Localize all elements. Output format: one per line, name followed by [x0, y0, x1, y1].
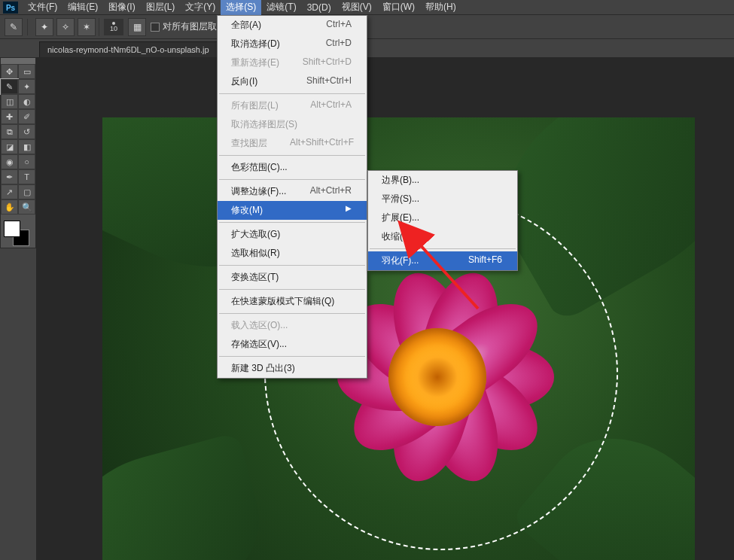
- select-menu-item: 载入选区(O)...: [218, 316, 367, 335]
- tool-history[interactable]: ↺: [18, 124, 35, 139]
- brush-size-value: 10: [110, 25, 117, 32]
- select-menu-item[interactable]: 选取相似(R): [218, 244, 367, 263]
- tool-stamp[interactable]: ⧉: [1, 124, 18, 139]
- menu-shortcut: Shift+Ctrl+D: [303, 56, 352, 69]
- menu-item-label: 扩大选取(G): [231, 228, 280, 241]
- menu-item-label: 取消选择图层(S): [231, 118, 297, 131]
- menu-item-label: 反向(I): [231, 75, 257, 88]
- menu-item-label: 选取相似(R): [231, 247, 280, 260]
- menu-file[interactable]: 文件(F): [23, 0, 62, 15]
- menu-item-label: 调整边缘(F)...: [231, 185, 286, 198]
- menu-3d[interactable]: 3D(D): [302, 1, 337, 14]
- menubar: Ps 文件(F) 编辑(E) 图像(I) 图层(L) 文字(Y) 选择(S) 滤…: [0, 0, 734, 15]
- tool-eyedrop[interactable]: ◐: [18, 94, 35, 109]
- menu-item-label: 修改(M): [231, 204, 263, 217]
- menu-shortcut: Shift+F6: [468, 254, 502, 267]
- tool-pen[interactable]: ✒: [1, 169, 18, 184]
- select-menu-item[interactable]: 调整边缘(F)...Alt+Ctrl+R: [218, 182, 367, 201]
- tool-type[interactable]: T: [18, 169, 35, 184]
- modify-submenu: 边界(B)...平滑(S)...扩展(E)...收缩(C)...羽化(F)...…: [367, 170, 518, 271]
- menu-item-label: 扩展(E)...: [382, 212, 419, 224]
- wand-sub-icon[interactable]: ✧: [56, 18, 75, 36]
- select-menu-item: 重新选择(E)Shift+Ctrl+D: [218, 53, 367, 72]
- select-menu-item[interactable]: 在快速蒙版模式下编辑(Q): [218, 292, 367, 311]
- menu-item-label: 变换选区(T): [231, 271, 279, 284]
- menu-separator: [219, 356, 365, 357]
- canvas-area: [36, 57, 734, 560]
- menu-shortcut: Shift+Ctrl+I: [306, 75, 352, 88]
- menu-help[interactable]: 帮助(H): [420, 0, 461, 15]
- menu-shortcut: Ctrl+D: [326, 38, 352, 50]
- menu-view[interactable]: 视图(V): [337, 0, 377, 15]
- menu-separator: [219, 313, 365, 314]
- ps-logo: Ps: [3, 2, 18, 14]
- menu-image[interactable]: 图像(I): [103, 0, 140, 15]
- brush-panel-icon[interactable]: ▦: [128, 18, 146, 36]
- menu-type[interactable]: 文字(Y): [180, 0, 221, 15]
- menu-item-label: 色彩范围(C)...: [231, 161, 288, 174]
- wand-int-icon[interactable]: ✶: [78, 18, 96, 36]
- tool-preset-icon[interactable]: ✎: [5, 18, 23, 36]
- menu-edit[interactable]: 编辑(E): [62, 0, 103, 15]
- select-menu-item[interactable]: 存储选区(V)...: [218, 335, 367, 354]
- tool-blur[interactable]: ◉: [1, 154, 18, 169]
- tool-quick-select[interactable]: ✎: [1, 79, 18, 94]
- tool-eraser[interactable]: ◪: [1, 139, 18, 154]
- menu-item-label: 载入选区(O)...: [231, 319, 288, 332]
- modify-submenu-item[interactable]: 收缩(C)...: [368, 227, 517, 246]
- menu-item-label: 在快速蒙版模式下编辑(Q): [231, 295, 334, 308]
- select-menu-dropdown: 全部(A)Ctrl+A取消选择(D)Ctrl+D重新选择(E)Shift+Ctr…: [217, 15, 367, 379]
- menu-filter[interactable]: 滤镜(T): [261, 0, 301, 15]
- menu-shortcut: Alt+Ctrl+A: [310, 99, 352, 112]
- tool-crop[interactable]: ◫: [1, 94, 18, 109]
- wand-add-icon[interactable]: ✦: [35, 18, 53, 36]
- tool-path[interactable]: ↗: [1, 184, 18, 199]
- menu-shortcut: Ctrl+A: [326, 19, 352, 32]
- tool-hand[interactable]: ✋: [1, 199, 18, 215]
- select-menu-item[interactable]: 取消选择(D)Ctrl+D: [218, 35, 367, 53]
- select-menu-item[interactable]: 变换选区(T): [218, 268, 367, 287]
- select-menu-item[interactable]: 新建 3D 凸出(3): [218, 359, 367, 378]
- menu-item-label: 查找图层: [231, 137, 267, 150]
- tool-heal[interactable]: ✚: [1, 109, 18, 124]
- menu-window[interactable]: 窗口(W): [377, 0, 420, 15]
- fg-color-swatch[interactable]: [4, 221, 20, 237]
- color-swatches[interactable]: [1, 218, 35, 248]
- sample-all-layers[interactable]: 对所有图层取样: [151, 20, 226, 33]
- select-menu-item: 取消选择图层(S): [218, 115, 367, 134]
- tool-dodge[interactable]: ○: [18, 154, 35, 169]
- menu-layer[interactable]: 图层(L): [141, 0, 181, 15]
- select-menu-item[interactable]: 扩大选取(G): [218, 225, 367, 244]
- select-menu-item[interactable]: 修改(M)▶: [218, 201, 367, 220]
- tool-zoom[interactable]: 🔍: [18, 199, 35, 215]
- menu-separator: [219, 155, 365, 156]
- modify-submenu-item[interactable]: 羽化(F)...Shift+F6: [368, 251, 517, 270]
- select-menu-item[interactable]: 色彩范围(C)...: [218, 158, 367, 177]
- tool-gradient[interactable]: ◧: [18, 139, 35, 154]
- menu-item-label: 存储选区(V)...: [231, 338, 287, 351]
- brush-size[interactable]: 10: [104, 19, 123, 35]
- menu-item-label: 新建 3D 凸出(3): [231, 362, 295, 375]
- tool-move[interactable]: ✥: [1, 64, 18, 79]
- document-tab[interactable]: nicolas-reymond-tNm6DL_nO-o-unsplash.jp: [39, 41, 218, 57]
- tool-brush[interactable]: ✐: [18, 109, 35, 124]
- modify-submenu-item[interactable]: 扩展(E)...: [368, 208, 517, 227]
- tool-marquee[interactable]: ▭: [18, 64, 35, 79]
- menu-separator: [219, 289, 365, 290]
- menu-shortcut: Alt+Ctrl+R: [310, 185, 352, 198]
- toolbox-grip[interactable]: [1, 58, 35, 64]
- menu-separator: [219, 265, 365, 266]
- menu-separator: [219, 93, 365, 94]
- toolbox: ✥ ▭ ✎ ✦ ◫ ◐ ✚ ✐ ⧉ ↺ ◪ ◧ ◉ ○ ✒ T ↗ ▢ ✋ 🔍: [0, 57, 36, 248]
- menu-item-label: 所有图层(L): [231, 99, 279, 112]
- menu-select[interactable]: 选择(S): [221, 0, 261, 15]
- select-menu-item[interactable]: 全部(A)Ctrl+A: [218, 16, 367, 35]
- tool-wand[interactable]: ✦: [18, 79, 35, 94]
- menu-item-label: 全部(A): [231, 19, 261, 32]
- tool-shape[interactable]: ▢: [18, 184, 35, 199]
- modify-submenu-item[interactable]: 边界(B)...: [368, 171, 517, 190]
- select-menu-item[interactable]: 反向(I)Shift+Ctrl+I: [218, 72, 367, 91]
- menu-separator: [219, 179, 365, 180]
- menu-separator: [219, 222, 365, 223]
- modify-submenu-item[interactable]: 平滑(S)...: [368, 190, 517, 208]
